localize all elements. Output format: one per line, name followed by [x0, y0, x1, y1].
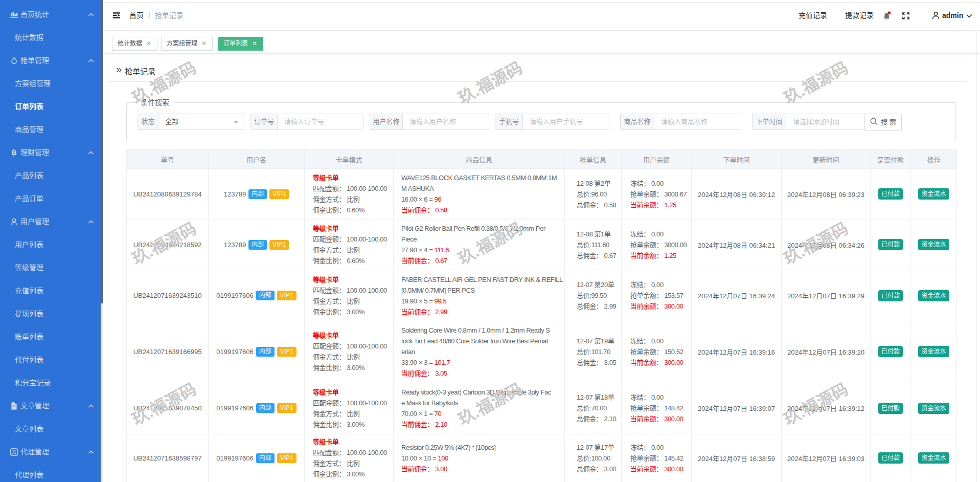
- svg-text:B: B: [12, 149, 17, 157]
